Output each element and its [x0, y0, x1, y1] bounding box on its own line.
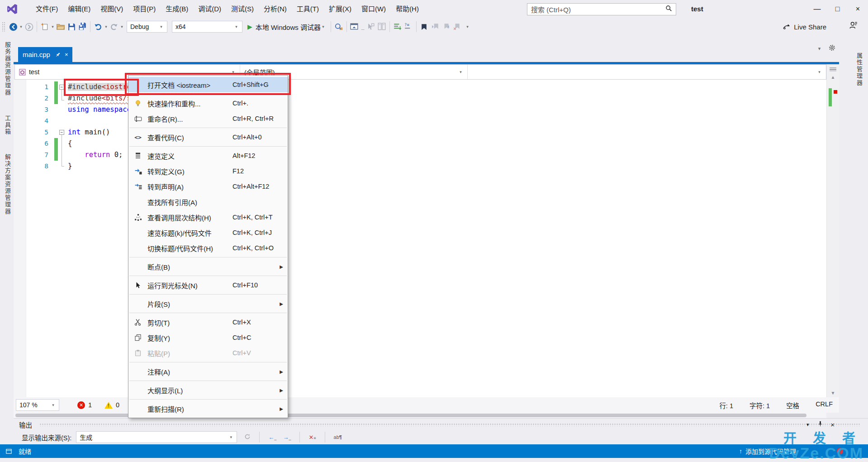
sidebar-tab-solution-explorer[interactable]: 解决方案资源管理器 — [3, 154, 12, 215]
refresh-icon[interactable] — [244, 433, 251, 441]
start-debugging-button[interactable]: ▶ 本地 Windows 调试器 ▾ — [247, 22, 326, 32]
pin-icon[interactable] — [817, 420, 823, 429]
line-number[interactable]: 7 — [26, 149, 54, 161]
redo-icon[interactable] — [109, 21, 119, 33]
navigate-forward-icon[interactable] — [24, 21, 34, 33]
navigate-back-dropdown-icon[interactable]: ▾ — [19, 24, 24, 29]
space-indicator[interactable]: 空格 — [786, 400, 799, 410]
context-menu-item[interactable]: 复制(Y)Ctrl+C — [128, 330, 288, 345]
start-debug-dropdown-icon[interactable]: ▾ — [321, 24, 326, 29]
compare-files-icon[interactable] — [376, 21, 387, 33]
menubar-item[interactable]: 工具(T) — [292, 0, 324, 18]
menubar-item[interactable]: 扩展(X) — [324, 0, 356, 18]
preview-underscore-icon[interactable]: _ — [360, 21, 365, 33]
sidebar-tab-toolbox[interactable]: 工具箱 — [3, 115, 12, 135]
close-button[interactable]: × — [848, 0, 868, 18]
menubar-item[interactable]: 编辑(E) — [63, 0, 95, 18]
line-number[interactable]: 6 — [26, 138, 54, 149]
toolbar-overflow-icon[interactable]: ▾ — [465, 24, 470, 29]
save-icon[interactable] — [66, 21, 77, 33]
open-file-icon[interactable] — [55, 21, 66, 33]
zoom-select[interactable]: 107 %▾ — [16, 399, 59, 411]
panel-drag-handle[interactable] — [39, 423, 861, 426]
vertical-scrollbar[interactable]: ▲ ▼ — [826, 65, 839, 397]
context-menu-item[interactable]: 速览标题(k)/代码文件Ctrl+K, Ctrl+J — [128, 225, 288, 240]
redo-dropdown-icon[interactable]: ▾ — [119, 24, 124, 29]
next-bookmark-icon[interactable] — [441, 21, 451, 33]
line-number[interactable]: 3 — [26, 104, 54, 115]
search-input[interactable]: 搜索 (Ctrl+Q) — [527, 3, 676, 15]
line-indicator[interactable]: 行: 1 — [719, 400, 733, 410]
eol-indicator[interactable]: CRLF — [816, 400, 833, 410]
context-menu-item[interactable]: 快速操作和重构...Ctrl+. — [128, 95, 288, 111]
bookmark-icon[interactable] — [419, 21, 430, 33]
add-to-source-control[interactable]: ↑ 添加到源代码管理 — [739, 447, 796, 456]
context-menu-item[interactable]: 速览定义Alt+F12 — [128, 148, 288, 163]
window-position-dropdown-icon[interactable]: ▾ — [805, 422, 810, 428]
context-menu-item[interactable]: 片段(S)▶ — [128, 296, 288, 311]
word-wrap-icon[interactable]: ?≡ — [403, 21, 414, 33]
close-tab-icon[interactable]: × — [65, 51, 68, 58]
context-menu-item[interactable]: 切换标题/代码文件(H)Ctrl+K, Ctrl+O — [128, 240, 288, 256]
toggle-word-wrap-icon[interactable]: ab¶ — [334, 434, 342, 440]
context-menu-item[interactable]: <>查看代码(C)Ctrl+Alt+0 — [128, 129, 288, 145]
pin-icon[interactable] — [55, 52, 61, 57]
fold-margin[interactable] — [58, 104, 68, 115]
browser-preview-icon[interactable] — [349, 21, 360, 33]
navigate-back-icon[interactable] — [8, 21, 19, 33]
editor-options-gear-icon[interactable] — [829, 44, 835, 53]
context-menu-item[interactable]: 大纲显示(L)▶ — [128, 382, 288, 398]
context-menu-item[interactable]: 查看调用层次结构(H)Ctrl+K, Ctrl+T — [128, 210, 288, 225]
menubar-item[interactable]: 窗口(W) — [356, 0, 391, 18]
error-count[interactable]: ✕ 1 — [77, 401, 92, 409]
maximize-button[interactable]: □ — [827, 0, 848, 18]
context-menu-item[interactable]: 粘贴(P)Ctrl+V — [128, 345, 288, 361]
previous-message-icon[interactable]: ←_ — [268, 434, 276, 441]
line-number[interactable]: 4 — [26, 115, 54, 127]
attach-process-icon[interactable] — [333, 21, 344, 33]
active-files-dropdown-icon[interactable]: ▾ — [817, 46, 822, 52]
menubar-item[interactable]: 分析(N) — [259, 0, 292, 18]
context-menu-item[interactable]: 转到定义(G)F12 — [128, 163, 288, 179]
menubar-item[interactable]: 帮助(H) — [391, 0, 424, 18]
feedback-icon[interactable] — [849, 21, 858, 32]
context-menu-item[interactable]: 注释(A)▶ — [128, 364, 288, 379]
solution-configurations-select[interactable]: Debug▾ — [127, 21, 167, 33]
next-message-icon[interactable]: →_ — [283, 434, 291, 441]
menubar-item[interactable]: 调试(D) — [193, 0, 226, 18]
prev-bookmark-icon[interactable] — [430, 21, 441, 33]
menubar-item[interactable]: 文件(F) — [31, 0, 63, 18]
undo-icon[interactable] — [93, 21, 104, 33]
warning-count[interactable]: ! 0 — [104, 401, 119, 409]
close-panel-icon[interactable]: × — [830, 421, 835, 429]
clear-all-icon[interactable]: ✕≡ — [308, 434, 316, 441]
context-menu-item[interactable]: 转到声明(A)Ctrl+Alt+F12 — [128, 179, 288, 194]
clear-bookmarks-icon[interactable] — [451, 21, 462, 33]
fold-margin[interactable] — [58, 115, 68, 127]
line-number[interactable]: 5 — [26, 127, 54, 138]
context-menu-item[interactable]: 重命名(R)...Ctrl+R, Ctrl+R — [128, 111, 288, 126]
context-menu-item[interactable]: 断点(B)▶ — [128, 259, 288, 274]
live-share-button[interactable]: Live Share — [783, 18, 826, 35]
menubar-item[interactable]: 项目(P) — [128, 0, 161, 18]
menubar-item[interactable]: 视图(V) — [95, 0, 128, 18]
minimize-button[interactable]: — — [807, 0, 827, 18]
scroll-down-icon[interactable]: ▼ — [827, 389, 839, 397]
line-number[interactable]: 8 — [26, 161, 54, 172]
context-menu-item[interactable]: 剪切(T)Ctrl+X — [128, 314, 288, 330]
context-menu-item[interactable]: 查找所有引用(A) — [128, 194, 288, 210]
new-project-dropdown-icon[interactable]: ▾ — [50, 24, 55, 29]
notification-badge[interactable] — [837, 448, 843, 454]
solution-platforms-select[interactable]: x64▾ — [172, 21, 242, 33]
member-dropdown[interactable]: ▾ — [468, 65, 826, 79]
menubar-item[interactable]: 生成(B) — [161, 0, 193, 18]
sort-lines-icon[interactable] — [392, 21, 403, 33]
new-project-icon[interactable] — [39, 21, 50, 33]
sidebar-tab-server-explorer[interactable]: 服务器资源管理器 — [3, 42, 12, 96]
undo-dropdown-icon[interactable]: ▾ — [104, 24, 109, 29]
line-number[interactable]: 2 — [26, 93, 54, 104]
select-element-icon[interactable] — [365, 21, 376, 33]
line-number[interactable]: 1 — [26, 81, 54, 93]
menubar-item[interactable]: 测试(S) — [226, 0, 259, 18]
toolbar-grip[interactable] — [2, 22, 5, 32]
